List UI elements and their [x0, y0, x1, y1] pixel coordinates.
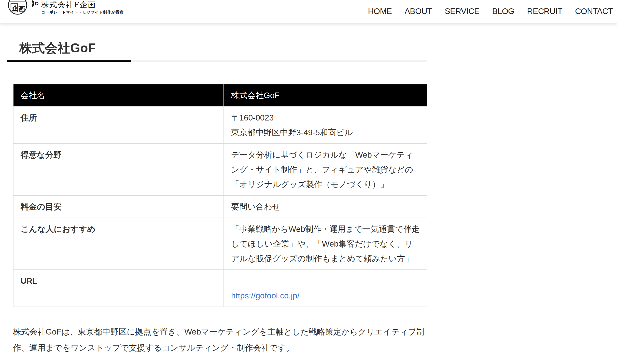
table-row: 料金の目安 要問い合わせ — [13, 195, 427, 218]
company-info-table: 会社名 株式会社GoF 住所 〒160-0023 東京都中野区中野3-49-5和… — [13, 84, 427, 307]
nav-item-home[interactable]: HOME — [368, 6, 392, 16]
table-row: 住所 〒160-0023 東京都中野区中野3-49-5和商ビル — [13, 107, 427, 144]
row-label-url: URL — [13, 270, 224, 307]
row-value-address: 〒160-0023 東京都中野区中野3-49-5和商ビル — [224, 107, 427, 144]
main-content: 株式会社GoF 会社名 株式会社GoF 住所 〒160-0023 東京都中野区中… — [0, 23, 427, 356]
table-header-row: 会社名 株式会社GoF — [13, 84, 427, 107]
logo-tagline: コーポレートサイト・ＥＣサイト制作が得意 — [41, 10, 124, 14]
nav-item-about[interactable]: ABOUT — [404, 6, 432, 16]
site-logo[interactable]: 企 画 株式会社F企画 コーポレートサイト・ＥＣサイト制作が得意 — [8, 0, 124, 17]
row-label-recommended: こんな人におすすめ — [13, 218, 224, 270]
logo-quote-decoration — [32, 1, 33, 7]
nav-item-recruit[interactable]: RECRUIT — [527, 6, 563, 16]
table-row: URL https://gofool.co.jp/ — [13, 270, 427, 307]
site-header: 企 画 株式会社F企画 コーポレートサイト・ＥＣサイト制作が得意 HOME AB… — [0, 0, 617, 23]
company-url-link[interactable]: https://gofool.co.jp/ — [231, 291, 300, 300]
company-description: 株式会社GoFは、東京都中野区に拠点を置き、Webマーケティングを主軸とした戦略… — [13, 324, 430, 356]
row-value-price: 要問い合わせ — [224, 195, 427, 218]
page-title: 株式会社GoF — [13, 39, 427, 62]
logo-text: 株式会社F企画 コーポレートサイト・ＥＣサイト制作が得意 — [41, 1, 124, 14]
row-label-specialty: 得意な分野 — [13, 144, 224, 195]
nav-item-blog[interactable]: BLOG — [492, 6, 514, 16]
logo-circle-icon: 企 画 — [8, 0, 40, 17]
nav-item-service[interactable]: SERVICE — [445, 6, 479, 16]
row-value-recommended: 「事業戦略からWeb制作・運用まで一気通貫で伴走してほしい企業」や、「Web集客… — [224, 218, 427, 270]
logo-company-name: 株式会社F企画 — [41, 1, 124, 9]
row-label-price: 料金の目安 — [13, 195, 224, 218]
table-row: 得意な分野 データ分析に基づくロジカルな「Webマーケティング・サイト制作」と、… — [13, 144, 427, 195]
table-header-value: 株式会社GoF — [224, 84, 427, 107]
row-value-specialty: データ分析に基づくロジカルな「Webマーケティング・サイト制作」と、フィギュアや… — [224, 144, 427, 195]
table-header-label: 会社名 — [13, 84, 224, 107]
logo-dot-decoration — [35, 2, 38, 5]
row-label-address: 住所 — [13, 107, 224, 144]
row-value-url: https://gofool.co.jp/ — [224, 270, 427, 307]
table-row: こんな人におすすめ 「事業戦略からWeb制作・運用まで一気通貫で伴走してほしい企… — [13, 218, 427, 270]
svg-text:画: 画 — [18, 5, 25, 13]
nav-item-contact[interactable]: CONTACT — [575, 6, 613, 16]
main-nav: HOME ABOUT SERVICE BLOG RECRUIT CONTACT — [368, 6, 613, 16]
svg-text:企: 企 — [12, 5, 18, 11]
